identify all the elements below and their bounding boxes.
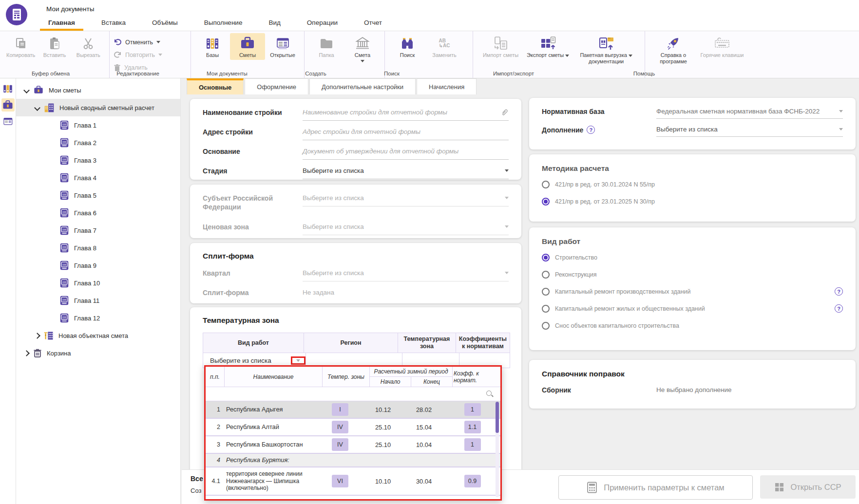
tab-vypolnenie[interactable]: Выполнение	[191, 15, 256, 31]
tree-item-summary-estimate[interactable]: Новый сводный сметный расчет	[16, 99, 180, 116]
export-estimate-button[interactable]: Экспорт сметы	[524, 33, 572, 60]
rail-databases-icon[interactable]	[1, 82, 15, 95]
work-type-kapremont-zhil[interactable]: Капитальный ремонт жилых и общественных …	[542, 305, 843, 313]
about-button[interactable]: Справка о программе	[649, 33, 698, 66]
tree-item-chapter[interactable]: гл Глава 9	[16, 257, 180, 274]
tab-glavnaya[interactable]: Главная	[35, 15, 88, 31]
tree-item-my-estimates[interactable]: Мои сметы	[16, 81, 180, 99]
open-ssr-button[interactable]: Открыть ССР	[760, 475, 856, 499]
chevron-down-icon[interactable]	[505, 169, 509, 172]
undo-button[interactable]: Отменить	[114, 37, 162, 47]
radio-icon[interactable]	[542, 288, 550, 296]
work-type-rekonstrukciya[interactable]: Реконструкция	[542, 271, 843, 279]
tree-item-chapter[interactable]: гл Глава 2	[16, 134, 180, 151]
batch-export-dropdown-icon[interactable]	[629, 55, 632, 57]
tree-item-chapter[interactable]: гл Глава 5	[16, 187, 180, 204]
work-type-stroitelstvo[interactable]: Строительство	[542, 254, 843, 261]
tab-osnovnye[interactable]: Основные	[187, 78, 244, 94]
tree-item-object-estimate[interactable]: Новая объектная смета	[16, 327, 180, 344]
chevron-right-icon[interactable]	[24, 351, 28, 355]
dropdown-row[interactable]: 2 Республика Алтай IV 25.10 15.04 1.1	[206, 419, 500, 436]
work-type-kapremont-proizv[interactable]: Капитальный ремонт производственных здан…	[542, 288, 843, 296]
search-button[interactable]: Поиск	[389, 33, 426, 60]
tree-item-chapter[interactable]: гл Глава 8	[16, 239, 180, 257]
copy-button[interactable]: Копировать	[4, 33, 38, 60]
dropdown-row[interactable]: 3 Республика Башкортостан IV 25.10 10.04…	[206, 436, 500, 454]
tab-oformlenie[interactable]: Оформление	[245, 78, 308, 94]
dropdown-row[interactable]: 1 Республика Адыгея I 10.12 28.02 1	[206, 401, 500, 419]
estimates-button[interactable]: Сметы	[230, 33, 265, 60]
cut-button[interactable]: Вырезать	[72, 33, 105, 60]
redo-dropdown-icon[interactable]	[158, 54, 162, 56]
export-dropdown-icon[interactable]	[565, 55, 569, 57]
tree-item-chapter[interactable]: гл Глава 4	[16, 169, 180, 187]
dropdown-search-input[interactable]	[206, 387, 500, 401]
radio-selected-icon[interactable]	[542, 254, 550, 261]
rail-estimates-icon[interactable]	[1, 98, 15, 112]
tab-obyomy[interactable]: Объёмы	[139, 15, 191, 31]
method-option-2[interactable]: 421/пр в ред. от 23.01.2025 N 30/пр	[542, 198, 843, 205]
undo-dropdown-icon[interactable]	[156, 41, 160, 43]
price-zone-select[interactable]: Выберите из списка	[303, 222, 509, 235]
field-quarter: Квартал Выберите из списка	[203, 268, 509, 281]
main-content: Основные Оформление Дополнительные настр…	[181, 78, 859, 504]
normative-base-select[interactable]: Федеральная сметная нормативная база ФСН…	[656, 108, 843, 119]
paste-button[interactable]: Вставить	[38, 33, 71, 60]
tree-item-chapter[interactable]: гл Глава 7	[16, 222, 180, 239]
chevron-right-icon[interactable]	[35, 334, 39, 338]
dropdown-row[interactable]: 4.1 территория севернее линии Нижнеангар…	[206, 467, 500, 496]
tree-item-chapter[interactable]: гл Глава 1	[16, 116, 180, 134]
tree-item-chapter[interactable]: гл Глава 12	[16, 309, 180, 327]
construction-address-input[interactable]: Адрес стройки для отчетной формы	[303, 127, 509, 140]
chapter-icon: гл	[59, 155, 70, 166]
tab-operacii[interactable]: Операции	[294, 15, 351, 31]
work-type-snos[interactable]: Снос объектов капитального строительства	[542, 322, 843, 330]
help-icon[interactable]: ?	[835, 304, 843, 313]
paperclip-icon[interactable]	[501, 109, 509, 116]
chevron-down-icon[interactable]	[839, 128, 843, 131]
quarter-select[interactable]: Выберите из списка	[303, 268, 509, 281]
new-estimate-dropdown-icon[interactable]	[361, 60, 364, 62]
title-bar: Мои документы Главная Вставка Объёмы Вып…	[0, 0, 859, 31]
tree-item-chapter[interactable]: гл Глава 3	[16, 151, 180, 169]
help-icon[interactable]: ?	[587, 126, 595, 134]
tree-item-recycle-bin[interactable]: Корзина	[16, 344, 180, 362]
apply-parameters-button[interactable]: Применить параметры к сметам	[558, 475, 753, 500]
redo-button[interactable]: Повторить	[114, 50, 162, 60]
radio-selected-icon[interactable]	[542, 198, 550, 205]
open-documents-button[interactable]: Открытые	[265, 33, 300, 60]
radio-icon[interactable]	[542, 271, 550, 279]
subject-rf-select[interactable]: Выберите из списка	[303, 193, 509, 206]
tree-item-chapter[interactable]: гл Глава 11	[16, 292, 180, 309]
rail-open-documents-icon[interactable]	[1, 115, 15, 128]
help-icon[interactable]: ?	[835, 287, 843, 296]
dropdown-scrollbar[interactable]	[496, 402, 499, 497]
supplement-select[interactable]: Выберите из списка	[656, 126, 843, 137]
chevron-down-icon[interactable]	[839, 110, 843, 112]
radio-icon[interactable]	[542, 181, 550, 188]
basis-input[interactable]: Документ об утверждении для отчетной фор…	[303, 147, 509, 160]
tab-vstavka[interactable]: Вставка	[88, 15, 139, 31]
chevron-down-icon[interactable]	[24, 88, 28, 93]
hotkeys-button[interactable]: Горячие клавиши	[698, 33, 746, 60]
stage-select[interactable]: Выберите из списка	[303, 166, 509, 179]
tab-vid[interactable]: Вид	[255, 15, 293, 31]
radio-icon[interactable]	[542, 305, 550, 313]
dropdown-group-row[interactable]: 4 Республика Бурятия:	[206, 454, 500, 467]
radio-icon[interactable]	[542, 322, 550, 330]
tree-item-chapter[interactable]: гл Глава 10	[16, 274, 180, 292]
method-option-1[interactable]: 421/пр в ред. от 30.01.2024 N 55/пр	[542, 181, 843, 188]
tab-nachisleniya[interactable]: Начисления	[417, 78, 477, 94]
chevron-down-icon[interactable]	[35, 106, 39, 110]
replace-button[interactable]: AB↳AC Заменить	[426, 33, 463, 60]
tab-dop-nastroyki[interactable]: Дополнительные настройки	[309, 78, 416, 94]
construction-name-input[interactable]: Наименование стройки для отчетной формы	[303, 108, 509, 121]
chevron-down-icon[interactable]	[296, 359, 300, 362]
new-folder-button[interactable]: Папка	[308, 33, 344, 60]
tab-otchet[interactable]: Отчет	[351, 15, 395, 31]
batch-export-button[interactable]: Пакетная выгрузка документации	[572, 33, 641, 66]
tree-item-chapter[interactable]: гл Глава 6	[16, 204, 180, 222]
new-estimate-button[interactable]: Смета	[344, 33, 381, 64]
databases-button[interactable]: Базы	[195, 33, 230, 60]
import-estimate-button[interactable]: Импорт сметы	[477, 33, 524, 60]
